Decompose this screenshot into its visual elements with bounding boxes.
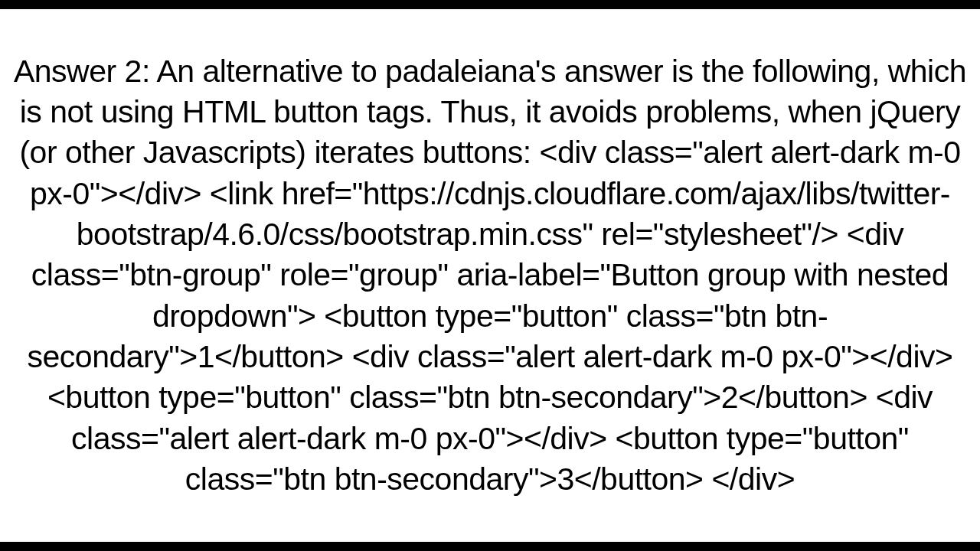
content-area: Answer 2: An alternative to padaleiana's…: [0, 9, 980, 542]
answer-text: Answer 2: An alternative to padaleiana's…: [5, 51, 975, 500]
